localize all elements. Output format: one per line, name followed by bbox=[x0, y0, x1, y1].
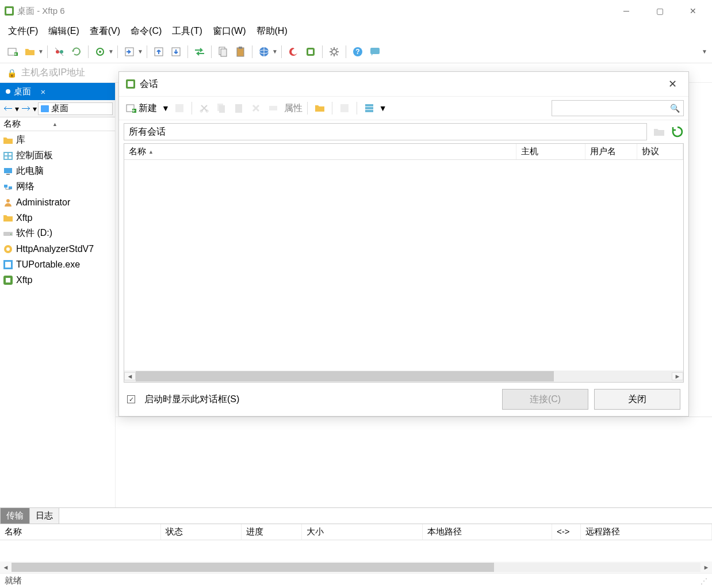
minimize-button[interactable]: ─ bbox=[618, 6, 635, 16]
forward-button[interactable]: 🡒 bbox=[20, 104, 32, 114]
paste-icon[interactable] bbox=[232, 44, 248, 60]
show-on-start-checkbox[interactable]: ✓ bbox=[127, 395, 135, 403]
col-remote[interactable]: 远程路径 bbox=[581, 524, 712, 540]
menu-tools[interactable]: 工具(T) bbox=[170, 24, 204, 39]
scroll-left-icon[interactable]: ◄ bbox=[0, 564, 12, 571]
grid-scrollbar[interactable]: ◄ ► bbox=[124, 371, 683, 382]
dropdown-icon[interactable]: ▼ bbox=[108, 48, 114, 55]
gear-icon[interactable] bbox=[326, 44, 342, 60]
upload-icon[interactable] bbox=[151, 44, 167, 60]
globe-icon[interactable] bbox=[256, 44, 272, 60]
path-input[interactable]: 桌面 bbox=[38, 102, 113, 115]
props-label[interactable]: 属性 bbox=[284, 102, 303, 114]
close-button[interactable]: ✕ bbox=[684, 6, 702, 16]
dropdown-icon[interactable]: ▾ bbox=[33, 104, 37, 113]
scroll-thumb[interactable] bbox=[12, 563, 494, 572]
paste-icon[interactable] bbox=[231, 101, 246, 116]
svg-rect-27 bbox=[6, 174, 10, 175]
chat-icon[interactable] bbox=[367, 44, 383, 60]
dropdown-icon[interactable]: ▼ bbox=[162, 104, 170, 113]
tab-close-icon[interactable]: × bbox=[38, 87, 48, 97]
file-row[interactable]: Administrator bbox=[0, 194, 115, 210]
grid-body[interactable] bbox=[124, 160, 683, 371]
folder-icon[interactable] bbox=[312, 101, 327, 116]
file-row[interactable]: HttpAnalyzerStdV7 bbox=[0, 241, 115, 257]
transfer-left-icon[interactable] bbox=[121, 44, 137, 60]
tab-log[interactable]: 日志 bbox=[29, 507, 59, 524]
transfer-scrollbar[interactable]: ◄ ► bbox=[0, 562, 712, 573]
settings-icon[interactable] bbox=[92, 44, 108, 60]
file-row[interactable]: Xftp bbox=[0, 272, 115, 288]
rename-icon[interactable] bbox=[266, 101, 281, 116]
view-mode-icon[interactable] bbox=[362, 101, 377, 116]
col-name[interactable]: 名称 ▲ bbox=[124, 144, 516, 159]
back-button[interactable]: 🡐 bbox=[2, 104, 14, 114]
maximize-button[interactable]: ▢ bbox=[651, 6, 668, 16]
menu-file[interactable]: 文件(F) bbox=[6, 24, 40, 39]
dropdown-icon[interactable]: ▼ bbox=[137, 48, 143, 55]
dropdown-icon[interactable]: ▼ bbox=[272, 48, 278, 55]
help-icon[interactable]: ? bbox=[350, 44, 366, 60]
download-icon[interactable] bbox=[168, 44, 184, 60]
col-status[interactable]: 状态 bbox=[161, 524, 242, 540]
swirl-icon[interactable] bbox=[285, 44, 301, 60]
copy-icon[interactable] bbox=[214, 101, 229, 116]
col-protocol[interactable]: 协议 bbox=[637, 144, 683, 159]
connect-button[interactable]: 连接(C) bbox=[502, 389, 588, 410]
col-direction[interactable]: <-> bbox=[552, 524, 581, 540]
col-size[interactable]: 大小 bbox=[302, 524, 423, 540]
tab-transfer[interactable]: 传输 bbox=[0, 507, 30, 524]
dialog-titlebar[interactable]: 会话 ✕ bbox=[119, 72, 688, 96]
local-tab-desktop[interactable]: 桌面 × bbox=[0, 83, 54, 100]
menu-commands[interactable]: 命令(C) bbox=[128, 24, 164, 39]
file-row[interactable]: 控制面板 bbox=[0, 148, 115, 163]
search-input[interactable]: 🔍 bbox=[552, 100, 684, 116]
open-folder-icon[interactable] bbox=[22, 44, 38, 60]
menu-help[interactable]: 帮助(H) bbox=[254, 24, 290, 39]
reconnect-icon[interactable] bbox=[68, 44, 85, 60]
scroll-left-icon[interactable]: ◄ bbox=[124, 372, 136, 380]
file-row[interactable]: Xftp bbox=[0, 210, 115, 226]
toolbar-overflow-icon[interactable]: ▼ bbox=[702, 48, 707, 55]
scroll-track[interactable] bbox=[12, 563, 700, 572]
col-progress[interactable]: 进度 bbox=[242, 524, 302, 540]
col-host[interactable]: 主机 bbox=[516, 144, 585, 159]
scroll-right-icon[interactable]: ► bbox=[700, 564, 712, 571]
breadcrumb[interactable]: 所有会话 bbox=[124, 123, 647, 140]
scroll-right-icon[interactable]: ► bbox=[672, 372, 683, 380]
scroll-track[interactable] bbox=[136, 371, 672, 381]
dropdown-icon[interactable]: ▼ bbox=[379, 104, 387, 113]
menu-window[interactable]: 窗口(W) bbox=[210, 24, 248, 39]
disconnect-icon[interactable] bbox=[51, 44, 67, 60]
file-row[interactable]: 软件 (D:) bbox=[0, 226, 115, 241]
delete-icon[interactable] bbox=[248, 101, 263, 116]
col-local[interactable]: 本地路径 bbox=[423, 524, 552, 540]
file-row[interactable]: 此电脑 bbox=[0, 163, 115, 179]
xftp-icon[interactable] bbox=[303, 44, 319, 60]
close-dialog-button[interactable]: 关闭 bbox=[594, 389, 680, 410]
dropdown-icon[interactable]: ▾ bbox=[15, 104, 19, 113]
goto-icon[interactable] bbox=[337, 101, 352, 116]
file-row[interactable]: 库 bbox=[0, 132, 115, 148]
local-column-header[interactable]: 名称 ▲ bbox=[0, 117, 115, 131]
file-row[interactable]: TUPortable.exe bbox=[0, 257, 115, 272]
file-row[interactable]: 网络 bbox=[0, 179, 115, 194]
menu-edit[interactable]: 编辑(E) bbox=[46, 24, 81, 39]
col-name[interactable]: 名称 bbox=[0, 524, 161, 540]
menu-view[interactable]: 查看(V) bbox=[87, 24, 123, 39]
panel-splitter[interactable] bbox=[116, 417, 712, 417]
import-icon[interactable] bbox=[172, 101, 187, 116]
up-folder-icon[interactable] bbox=[652, 124, 667, 139]
new-session-icon[interactable] bbox=[5, 44, 21, 60]
resize-grip-icon[interactable]: ⋰ bbox=[700, 577, 707, 585]
show-on-start-label[interactable]: 启动时显示此对话框(S) bbox=[144, 394, 496, 406]
copy-icon[interactable] bbox=[215, 44, 231, 60]
cut-icon[interactable] bbox=[197, 101, 212, 116]
dialog-close-button[interactable]: ✕ bbox=[664, 75, 682, 93]
refresh-icon[interactable] bbox=[671, 125, 684, 138]
scroll-thumb[interactable] bbox=[136, 371, 554, 381]
dropdown-icon[interactable]: ▼ bbox=[38, 48, 44, 55]
new-session-button[interactable]: 新建 bbox=[124, 101, 159, 116]
sync-icon[interactable] bbox=[192, 44, 208, 60]
col-user[interactable]: 用户名 bbox=[585, 144, 637, 159]
